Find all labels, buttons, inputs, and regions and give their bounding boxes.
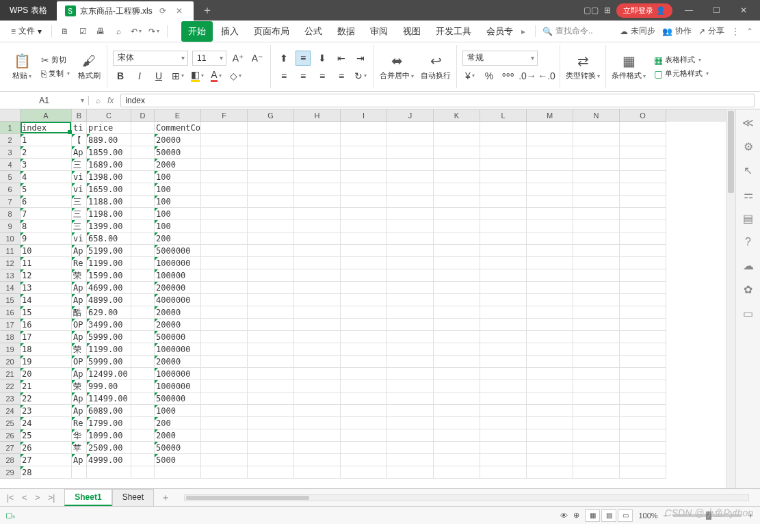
qat-redo-button[interactable]: ↷ (146, 24, 161, 39)
cell[interactable] (620, 208, 666, 220)
currency-button[interactable]: ¥ (462, 68, 477, 83)
ribbon-tab-dev[interactable]: 开发工具 (429, 21, 478, 42)
cell[interactable]: 1000000 (155, 368, 201, 380)
increase-font-button[interactable]: A⁺ (231, 51, 246, 66)
tool-icon[interactable]: ✿ (744, 283, 752, 296)
cell[interactable]: 5000000 (155, 245, 201, 257)
row-header[interactable]: 26 (0, 429, 21, 442)
cell[interactable] (131, 183, 155, 196)
cell[interactable] (387, 134, 434, 146)
apps-icon[interactable]: ⊞ (604, 5, 611, 15)
cell[interactable] (480, 368, 527, 380)
cell[interactable] (201, 405, 248, 417)
sheet-nav-first-icon[interactable]: |< (4, 493, 16, 503)
cell[interactable] (387, 171, 434, 183)
cell[interactable] (480, 232, 527, 245)
cell[interactable] (434, 294, 480, 306)
cell[interactable] (248, 380, 294, 393)
cell[interactable]: 17 (21, 331, 72, 343)
horizontal-scrollbar[interactable] (184, 494, 749, 501)
cell[interactable]: 2000 (155, 159, 201, 171)
cell[interactable] (573, 220, 620, 232)
cell[interactable] (387, 232, 434, 245)
cell[interactable] (620, 331, 666, 343)
cell[interactable]: 4 (21, 171, 72, 183)
cell[interactable] (620, 159, 666, 171)
decrease-font-button[interactable]: A⁻ (250, 51, 265, 66)
row-header[interactable]: 28 (0, 454, 21, 466)
cell[interactable] (387, 122, 434, 134)
cell[interactable] (620, 343, 666, 356)
cell[interactable]: Ap (72, 294, 87, 306)
cell[interactable] (294, 368, 341, 380)
cell[interactable] (294, 380, 341, 393)
cell[interactable]: 50000 (155, 146, 201, 159)
cell[interactable] (480, 245, 527, 257)
ribbon-tab-overflow-icon[interactable]: ▸ (521, 27, 525, 36)
cell[interactable]: 658.00 (87, 232, 131, 245)
cell[interactable]: price (87, 122, 131, 134)
cell[interactable] (480, 282, 527, 294)
cell[interactable]: 5999.00 (87, 356, 131, 368)
cell[interactable] (294, 466, 341, 479)
cell[interactable] (527, 393, 573, 405)
cell[interactable] (248, 319, 294, 331)
cell[interactable]: Ap (72, 454, 87, 466)
cut-button[interactable]: ✂剪切 (41, 55, 70, 66)
cell[interactable] (480, 306, 527, 319)
ribbon-tab-start[interactable]: 开始 (181, 21, 213, 42)
col-header[interactable]: L (480, 109, 527, 122)
row-header[interactable]: 17 (0, 319, 21, 331)
cell[interactable] (248, 171, 294, 183)
cell[interactable] (387, 282, 434, 294)
cell[interactable] (387, 319, 434, 331)
read-mode-icon[interactable]: ⊕ (573, 511, 579, 520)
cell[interactable] (387, 429, 434, 442)
cell[interactable] (131, 269, 155, 282)
tab-add-button[interactable]: ＋ (194, 3, 221, 18)
zoom-level[interactable]: 100% (638, 511, 657, 520)
cell[interactable]: 荣 (72, 380, 87, 393)
cell[interactable] (131, 232, 155, 245)
cell[interactable] (341, 122, 387, 134)
cell[interactable] (387, 368, 434, 380)
cell[interactable] (131, 442, 155, 454)
cell[interactable] (248, 146, 294, 159)
cell[interactable] (527, 380, 573, 393)
cell[interactable]: 20000 (155, 356, 201, 368)
cell[interactable] (131, 380, 155, 393)
cell[interactable]: Ap (72, 245, 87, 257)
cell[interactable] (434, 331, 480, 343)
cell[interactable] (387, 269, 434, 282)
cell[interactable]: 100 (155, 220, 201, 232)
align-center-button[interactable]: ≡ (296, 68, 311, 83)
cell[interactable] (201, 245, 248, 257)
cell[interactable] (294, 159, 341, 171)
row-header[interactable]: 8 (0, 208, 21, 220)
cell[interactable] (527, 331, 573, 343)
cell[interactable] (248, 368, 294, 380)
cell[interactable] (573, 159, 620, 171)
cell[interactable] (480, 294, 527, 306)
clipboard-icon[interactable]: ▤ (743, 212, 753, 225)
cell[interactable] (201, 319, 248, 331)
cell[interactable] (248, 134, 294, 146)
cell[interactable] (573, 343, 620, 356)
cell[interactable] (527, 196, 573, 208)
cell[interactable]: 6 (21, 196, 72, 208)
fill-color-button[interactable]: ◧ (189, 68, 205, 83)
panel-tool-icon[interactable]: ⚙ (744, 140, 753, 153)
cell[interactable] (480, 208, 527, 220)
cell[interactable] (434, 183, 480, 196)
cell[interactable] (248, 294, 294, 306)
cell[interactable] (294, 319, 341, 331)
cell[interactable]: 100 (155, 208, 201, 220)
cell[interactable] (480, 122, 527, 134)
cell[interactable] (248, 454, 294, 466)
row-header[interactable]: 1 (0, 122, 21, 134)
cell[interactable] (480, 454, 527, 466)
cell[interactable]: 2000 (155, 429, 201, 442)
cell[interactable] (573, 269, 620, 282)
ribbon-tab-data[interactable]: 数据 (330, 21, 362, 42)
cell[interactable] (527, 319, 573, 331)
